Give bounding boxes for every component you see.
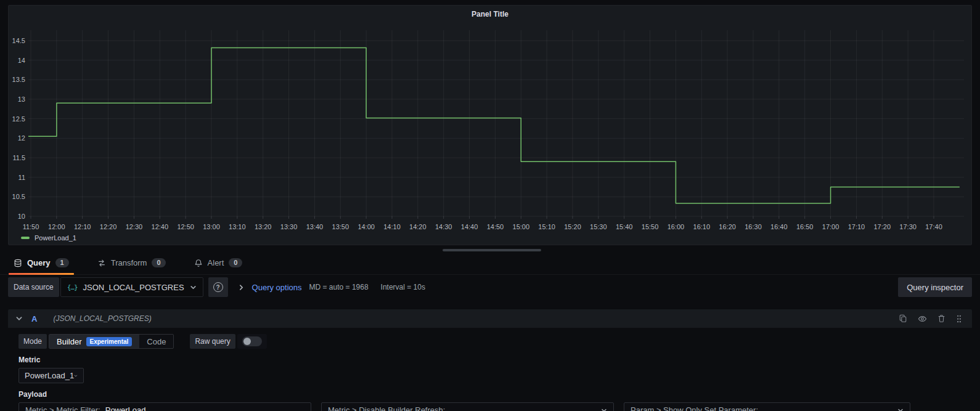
drag-dots-icon (956, 314, 962, 324)
legend-swatch (21, 237, 30, 239)
bell-icon (194, 259, 203, 267)
datasource-help-button[interactable]: ? (208, 277, 228, 297)
mode-option-code[interactable]: Code (139, 335, 173, 348)
svg-text:16:00: 16:00 (668, 223, 685, 230)
mode-option-builder[interactable]: Builder Experimental (49, 335, 139, 348)
raw-query-control: Raw query (190, 334, 266, 349)
trash-icon (937, 314, 945, 323)
svg-text:11.5: 11.5 (12, 154, 25, 161)
datasource-label: Data source (8, 277, 59, 297)
svg-text:12:30: 12:30 (126, 223, 143, 230)
svg-text:15:00: 15:00 (513, 223, 530, 230)
chevron-right-icon (238, 284, 245, 291)
chevron-down-icon (601, 407, 607, 411)
svg-text:15:30: 15:30 (590, 223, 607, 230)
svg-text:13:20: 13:20 (255, 223, 272, 230)
svg-text:13:10: 13:10 (229, 223, 246, 230)
tab-query-count-badge: 1 (55, 258, 69, 267)
hide-query-button[interactable] (918, 314, 927, 324)
svg-text:14:00: 14:00 (357, 223, 375, 230)
svg-text:10.5: 10.5 (12, 193, 25, 200)
svg-text:14:10: 14:10 (383, 223, 401, 230)
collapse-chevron-icon[interactable] (15, 315, 23, 322)
raw-query-toggle[interactable] (237, 334, 267, 349)
svg-text:17:30: 17:30 (899, 223, 917, 230)
max-data-points-stat: MD = auto = 1968 (309, 283, 369, 291)
svg-text:15:50: 15:50 (642, 223, 659, 230)
drag-query-handle[interactable] (956, 314, 962, 324)
query-editor-body: Mode Builder Experimental Code Raw query… (8, 328, 972, 411)
query-row-actions (899, 314, 965, 324)
chevron-down-icon (190, 284, 197, 291)
svg-text:13:40: 13:40 (306, 223, 324, 230)
json-datasource-icon: {…} (67, 283, 78, 291)
mode-radio-group: Builder Experimental Code (49, 334, 174, 349)
metric-filter-field-value[interactable]: PowerLoad (105, 405, 146, 411)
timeseries-panel: Panel Title 11:5012:0012:1012:2012:3012:… (8, 5, 972, 245)
svg-text:14:40: 14:40 (461, 223, 478, 230)
tab-query[interactable]: Query 1 (9, 251, 74, 275)
svg-text:10: 10 (18, 213, 25, 220)
database-icon (14, 259, 22, 267)
query-row-header[interactable]: A (JSON_LOCAL_POSTGRES) (8, 309, 972, 328)
svg-text:11: 11 (18, 174, 25, 181)
raw-query-label: Raw query (190, 334, 235, 349)
tab-transform[interactable]: Transform 0 (92, 251, 171, 275)
query-editor-row: A (JSON_LOCAL_POSTGRES) (8, 309, 972, 411)
mode-label: Mode (18, 334, 47, 349)
svg-text:12:50: 12:50 (177, 223, 194, 230)
remove-query-button[interactable] (937, 314, 945, 323)
svg-text:14:50: 14:50 (487, 223, 504, 230)
svg-text:13:00: 13:00 (203, 223, 220, 230)
svg-text:13: 13 (18, 96, 25, 103)
metric-filter-field-label: Metric > Metric Filter: (25, 405, 100, 411)
svg-text:12:10: 12:10 (74, 223, 91, 230)
tab-transform-label: Transform (111, 258, 147, 267)
metric-select[interactable]: PowerLoad_1 (18, 368, 84, 383)
disable-builder-refresh-label: Metric > Disable Builder Refresh: (328, 405, 445, 411)
svg-text:13.5: 13.5 (12, 76, 25, 83)
chevron-down-icon (74, 373, 78, 379)
tab-query-label: Query (27, 258, 51, 267)
query-options-section[interactable]: Query options MD = auto = 1968 Interval … (238, 283, 425, 292)
chart-legend[interactable]: PowerLoad_1 (21, 234, 76, 242)
svg-text:12.5: 12.5 (12, 115, 25, 123)
tab-alert-label: Alert (208, 258, 224, 267)
metric-filter-field[interactable]: Metric > Metric Filter: PowerLoad (18, 402, 311, 411)
svg-text:11:50: 11:50 (23, 223, 39, 230)
tab-alert-count-badge: 0 (229, 258, 242, 267)
svg-text:12:20: 12:20 (100, 223, 117, 230)
query-inspector-button[interactable]: Query inspector (898, 277, 972, 297)
interval-stat: Interval = 10s (381, 283, 425, 291)
show-only-set-parameter-label: Param > Show Only Set Parameter: (631, 405, 758, 411)
svg-text:16:30: 16:30 (745, 223, 762, 230)
svg-text:17:40: 17:40 (925, 223, 942, 230)
query-ref-id[interactable]: A (31, 314, 37, 324)
svg-text:14.5: 14.5 (12, 37, 25, 44)
tab-transform-count-badge: 0 (152, 258, 165, 267)
svg-text:13:50: 13:50 (332, 223, 349, 230)
datasource-picker[interactable]: {…} JSON_LOCAL_POSTGRES (60, 277, 203, 297)
svg-text:15:20: 15:20 (564, 223, 581, 230)
svg-text:17:10: 17:10 (848, 223, 865, 230)
toggle-switch-off[interactable] (242, 336, 262, 346)
experimental-badge: Experimental (86, 337, 133, 346)
editor-tabs: Query 1 Transform 0 Alert 0 (0, 251, 980, 275)
question-circle-icon: ? (213, 282, 223, 292)
disable-builder-refresh-field[interactable]: Metric > Disable Builder Refresh: (321, 402, 614, 411)
time-series-chart: 11:5012:0012:1012:2012:3012:4012:5013:00… (9, 6, 973, 246)
payload-section-label: Payload (18, 390, 972, 399)
eye-icon (918, 314, 927, 324)
svg-text:17:20: 17:20 (874, 223, 891, 230)
svg-text:15:40: 15:40 (616, 223, 633, 230)
chevron-down-icon (897, 407, 904, 411)
query-options-link[interactable]: Query options (252, 283, 302, 292)
svg-text:16:50: 16:50 (796, 223, 814, 230)
tab-alert[interactable]: Alert 0 (189, 251, 248, 275)
duplicate-query-button[interactable] (899, 314, 907, 323)
svg-text:12: 12 (18, 134, 25, 142)
svg-text:15:10: 15:10 (538, 223, 555, 230)
legend-series-label[interactable]: PowerLoad_1 (35, 234, 76, 242)
svg-text:12:40: 12:40 (152, 223, 169, 230)
show-only-set-parameter-field[interactable]: Param > Show Only Set Parameter: (624, 402, 910, 411)
